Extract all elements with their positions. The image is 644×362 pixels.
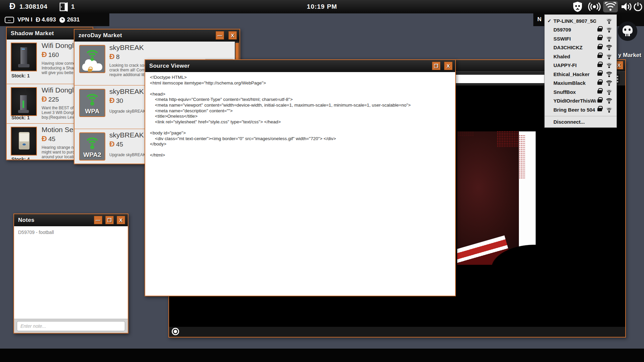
tile-label: WPA2 (80, 151, 105, 159)
wifi-tray-icon[interactable] (603, 1, 618, 12)
disconnect-menu-item[interactable]: Disconnect... (545, 118, 616, 127)
wifi-dongle-image (11, 43, 37, 71)
browser-statusbar (169, 327, 625, 337)
lock-icon (597, 64, 602, 67)
broadcast-icon[interactable] (587, 1, 602, 12)
notes-window: Notes — ❒ X D59709 - football (13, 214, 128, 334)
skybreak-wpa-icon: WPA (79, 89, 105, 117)
source-viewer-titlebar[interactable]: Source Viewer ❒ X (145, 60, 455, 72)
stock-label: Stock: 4 (11, 157, 30, 160)
wifi-signal-icon (605, 54, 613, 59)
screen-bottom-bar (0, 349, 644, 362)
lock-icon (597, 37, 602, 40)
currency-icon: Đ (42, 95, 47, 103)
wifi-menu-item[interactable]: ✓ D59709 (545, 25, 616, 35)
wifi-menu-item[interactable]: ✓ UAPPY-FI (545, 61, 616, 70)
wifi-menu-item[interactable]: ✓ SnuffBox (545, 87, 616, 97)
lock-icon (597, 81, 602, 85)
item-title: skyBREAK (109, 44, 144, 52)
tile-label: WPA (80, 108, 105, 115)
check-icon: ✓ (547, 18, 553, 23)
currency-icon: Đ (36, 16, 40, 23)
skull-icon (623, 25, 633, 34)
item-price: Đ45 (42, 134, 55, 143)
close-icon[interactable]: X (444, 62, 452, 70)
stock-label: Stock: 1 (11, 73, 30, 78)
item-price: Đ30 (109, 96, 123, 105)
minimize-icon[interactable]: — (94, 216, 102, 224)
wifi-network-menu: ✓ TP-LINK_8907_5G ✓ D59709 ✓ SSWIFI ✓ DA… (544, 14, 617, 128)
network-name: TP-LINK_8907_5G (553, 18, 596, 24)
network-name: Bring Beer to 504 (553, 107, 596, 113)
security-shield-skull-icon[interactable] (570, 1, 585, 12)
wifi-signal-icon (605, 71, 613, 77)
lock-icon (597, 72, 602, 76)
lock-icon (597, 108, 602, 111)
lock-icon (88, 69, 92, 72)
notes-footer (14, 319, 128, 333)
wifi-menu-item[interactable]: ✓ Bring Beer to 504 (545, 105, 616, 114)
lock-icon (597, 28, 602, 32)
minimize-icon[interactable]: — (216, 31, 224, 40)
vpn-label[interactable]: VPN I (17, 16, 32, 23)
webpage-image (457, 125, 536, 265)
wifi-menu-item[interactable]: ✓ YDidIOrderThisWater (545, 97, 616, 106)
motion-sensor-image (11, 127, 37, 156)
zeroday-titlebar[interactable]: zeroDay Market — X (74, 29, 239, 42)
network-name: Ethical_Hacker (553, 71, 596, 77)
vpn-icon: ↔ (5, 17, 14, 23)
window-title: zeroDay Market (78, 32, 122, 39)
wifi-signal-icon (605, 89, 613, 95)
window-title: Shadow Market (11, 30, 54, 37)
profile-avatar-skull[interactable] (618, 21, 637, 41)
wifi-signal-icon (605, 18, 613, 24)
wifi-menu-item[interactable]: ✓ DA3CHICKZ (545, 43, 616, 52)
maximize-icon[interactable]: ❒ (432, 62, 440, 70)
currency-icon: Đ (109, 140, 115, 148)
timer-value: 2631 (67, 16, 80, 23)
wifi-signal-icon (605, 27, 613, 33)
wifi-signal-icon (605, 98, 613, 104)
item-description: Looking to crack som crack them all! Com… (109, 63, 149, 77)
record-indicator-icon[interactable] (172, 328, 179, 335)
wifi-signal-icon (605, 62, 613, 68)
note-input[interactable] (17, 321, 125, 331)
status-bar: Đ 1.308104 1 10:19 PM (0, 0, 644, 13)
wifi-dongle-image (11, 87, 37, 116)
skybreak-wpa2-icon: WPA2 (79, 132, 105, 161)
source-viewer-window: Source Viewer ❒ X <!Doctype HTML> <html … (145, 59, 456, 296)
btc-amount: 4.693 (42, 16, 56, 23)
maximize-icon[interactable]: ❒ (105, 216, 114, 224)
item-description: Upgrade skyBREAK w (109, 109, 150, 114)
note-content[interactable]: D59709 - football (18, 230, 54, 235)
item-price: Đ225 (42, 95, 59, 104)
wifi-menu-item[interactable]: ✓ Ethical_Hacker (545, 70, 616, 79)
wifi-menu-item[interactable]: ✓ Khaled (545, 52, 616, 61)
wifi-signal-icon (605, 80, 613, 86)
wifi-signal-icon (605, 107, 613, 113)
notes-titlebar[interactable]: Notes — ❒ X (14, 214, 128, 226)
lock-icon (597, 90, 602, 94)
item-description: Hearing strange no might want to purch a… (42, 145, 77, 159)
lock-icon (597, 55, 602, 58)
window-title: Source Viewer (149, 63, 190, 69)
network-name: YDidIOrderThisWater (553, 98, 596, 104)
game-desktop: X y Market Shadow Market — S (0, 0, 644, 362)
source-code-text: <!Doctype HTML> <html itemscope itemtype… (150, 75, 452, 294)
network-name: SnuffBox (553, 89, 596, 95)
power-icon[interactable] (632, 1, 644, 12)
skybreak-icon (79, 45, 105, 73)
taskbar-right-fragment: N (537, 16, 541, 22)
item-price: Đ45 (109, 140, 123, 148)
network-name: D59709 (553, 27, 596, 33)
network-name: MaxiumBlack (553, 80, 596, 86)
window-title: Notes (18, 217, 35, 224)
close-icon[interactable]: X (228, 31, 237, 40)
close-icon[interactable]: X (117, 216, 125, 224)
clock-time: 10:19 PM (0, 3, 644, 10)
wifi-signal-icon (605, 36, 613, 42)
wifi-menu-item[interactable]: ✓ MaxiumBlack (545, 79, 616, 88)
wifi-menu-item[interactable]: ✓ SSWIFI (545, 34, 616, 43)
network-name: DA3CHICKZ (553, 45, 596, 50)
wifi-menu-item[interactable]: ✓ TP-LINK_8907_5G (545, 16, 616, 25)
